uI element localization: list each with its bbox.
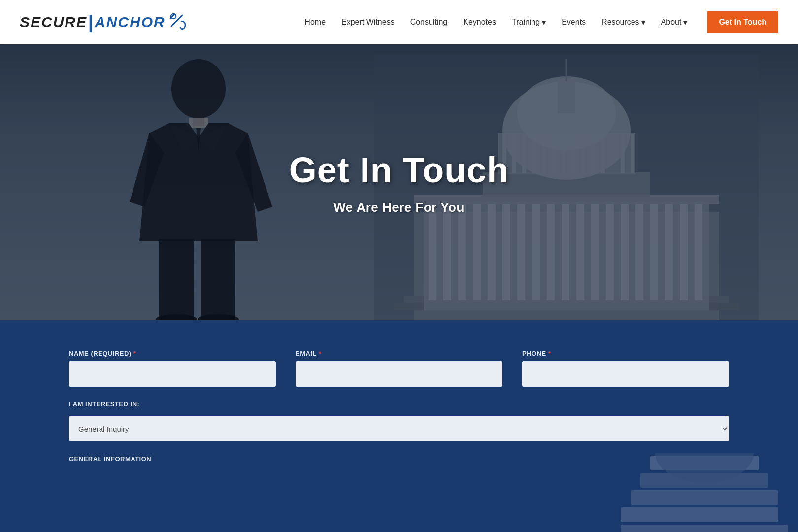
logo[interactable]: SECURE | ANCHOR xyxy=(20,11,188,33)
hero-content: Get In Touch We Are Here For You xyxy=(0,44,798,320)
resources-chevron-icon: ▾ xyxy=(641,18,645,27)
contact-form-section: NAME (REQUIRED)* EMAIL* PHONE* I AM INTE… xyxy=(0,320,798,532)
about-chevron-icon: ▾ xyxy=(683,18,687,27)
phone-input[interactable] xyxy=(522,361,729,387)
nav-expert-witness[interactable]: Expert Witness xyxy=(341,18,395,27)
svg-rect-57 xyxy=(631,490,778,505)
nav-home[interactable]: Home xyxy=(304,18,326,27)
nav-resources-label: Resources xyxy=(601,18,639,27)
phone-label: PHONE* xyxy=(522,350,729,357)
anchor-icon xyxy=(167,11,188,33)
general-info-label: GENERAL INFORMATION xyxy=(69,455,729,463)
svg-rect-56 xyxy=(621,507,778,522)
name-input[interactable] xyxy=(69,361,276,387)
email-required-star: * xyxy=(319,350,322,357)
interested-select[interactable]: General Inquiry Expert Witness Consultin… xyxy=(69,416,729,441)
nav-consulting[interactable]: Consulting xyxy=(410,18,448,27)
hero-section: Get In Touch We Are Here For You xyxy=(0,44,798,320)
name-label: NAME (REQUIRED)* xyxy=(69,350,276,357)
interested-label: I AM INTERESTED IN: xyxy=(69,400,729,408)
svg-line-0 xyxy=(171,15,182,26)
get-in-touch-button[interactable]: Get In Touch xyxy=(707,11,778,33)
books-decoration xyxy=(611,453,798,532)
form-row-top: NAME (REQUIRED)* EMAIL* PHONE* xyxy=(69,350,729,387)
hero-subtitle: We Are Here For You xyxy=(333,200,465,215)
nav-resources-dropdown[interactable]: Resources ▾ xyxy=(601,18,645,27)
name-required-star: * xyxy=(133,350,136,357)
form-row-interested: I AM INTERESTED IN: General Inquiry Expe… xyxy=(69,400,729,441)
logo-anchor-text: ANCHOR xyxy=(95,14,166,31)
svg-rect-55 xyxy=(621,525,788,532)
hero-title: Get In Touch xyxy=(289,150,509,190)
logo-pipe: | xyxy=(88,12,94,33)
nav-training-dropdown[interactable]: Training ▾ xyxy=(512,18,546,27)
name-field-group: NAME (REQUIRED)* xyxy=(69,350,276,387)
nav-training-label: Training xyxy=(512,18,540,27)
training-chevron-icon: ▾ xyxy=(542,18,546,27)
header: SECURE | ANCHOR Home Expert Witness Cons… xyxy=(0,0,798,44)
nav-about-dropdown[interactable]: About ▾ xyxy=(661,18,688,27)
logo-secure-text: SECURE xyxy=(20,14,87,31)
email-input[interactable] xyxy=(296,361,502,387)
email-label: EMAIL* xyxy=(296,350,502,357)
phone-required-star: * xyxy=(548,350,551,357)
main-nav: Home Expert Witness Consulting Keynotes … xyxy=(304,11,778,33)
phone-field-group: PHONE* xyxy=(522,350,729,387)
nav-events[interactable]: Events xyxy=(562,18,586,27)
nav-keynotes[interactable]: Keynotes xyxy=(463,18,496,27)
nav-about-label: About xyxy=(661,18,682,27)
email-field-group: EMAIL* xyxy=(296,350,502,387)
